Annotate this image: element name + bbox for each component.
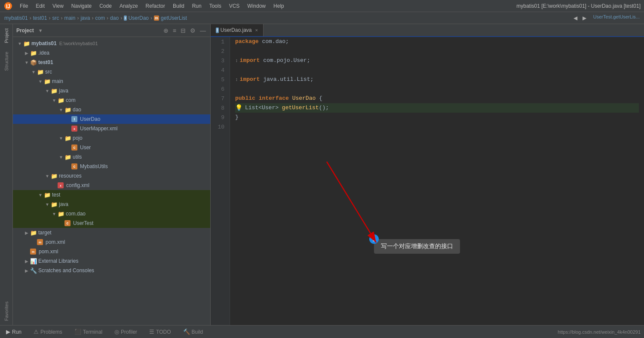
tree-src[interactable]: ▼ 📁 src xyxy=(13,67,210,77)
tree-resources[interactable]: ▼ 📁 resources xyxy=(13,171,210,181)
tree-comdao[interactable]: ▼ 📁 com.dao xyxy=(13,209,210,218)
code-area[interactable]: package com.dao; ↕import com.pojo.User; … xyxy=(230,37,644,325)
recent-file-label: UserTest.getUserLis... xyxy=(593,14,640,22)
tab-userdao[interactable]: I UserDao.java × xyxy=(211,24,264,37)
chevron-dao: ▼ xyxy=(58,108,64,112)
bc-dao[interactable]: dao xyxy=(110,15,119,21)
folder-comdao-icon: 📁 xyxy=(58,210,64,217)
menu-vcs[interactable]: VCS xyxy=(226,2,243,10)
panel-title: Project xyxy=(16,28,34,34)
side-tab-project[interactable]: Project xyxy=(1,24,12,47)
tree-usertest[interactable]: c UserTest xyxy=(13,218,210,228)
line-num-3: 3 xyxy=(211,56,227,65)
todo-icon: ☰ xyxy=(149,329,154,335)
menu-navigate[interactable]: Navigate xyxy=(68,2,95,10)
tree-test01[interactable]: ▼ 📦 test01 xyxy=(13,58,210,67)
tree-pom1[interactable]: m pom.xml xyxy=(13,237,210,247)
tree-target[interactable]: ▶ 📁 target xyxy=(13,228,210,237)
menu-file[interactable]: File xyxy=(16,2,31,10)
run-icon: ▶ xyxy=(6,329,10,335)
tree-dao[interactable]: ▼ 📁 dao xyxy=(13,105,210,114)
menu-code[interactable]: Code xyxy=(96,2,115,10)
bottom-tab-problems[interactable]: ⚠ Problems xyxy=(31,328,65,336)
menu-window[interactable]: Window xyxy=(244,2,269,10)
usermapper-xml-icon: x xyxy=(71,126,77,132)
tree-root[interactable]: ▼ 📁 mybatis01 E:\work\mybatis01 xyxy=(13,39,210,48)
panel-settings-button[interactable]: ⚙ xyxy=(189,26,196,35)
bottom-tab-build[interactable]: 🔨 Build xyxy=(181,328,206,336)
bc-userdao[interactable]: UserDao xyxy=(129,15,149,21)
pom2-label: pom.xml xyxy=(39,249,58,255)
semicolon-3: ; xyxy=(307,56,310,65)
menu-help[interactable]: Help xyxy=(270,2,288,10)
tree-utils[interactable]: ▼ 📁 utils xyxy=(13,152,210,162)
tree-com[interactable]: ▼ 📁 com xyxy=(13,95,210,105)
tree-scratches[interactable]: ▶ 🔧 Scratches and Consoles xyxy=(13,266,210,275)
bc-main[interactable]: main xyxy=(64,15,75,21)
folder-pojo-icon: 📁 xyxy=(64,135,71,141)
tree-test[interactable]: ▼ 📁 test xyxy=(13,190,210,200)
tree-idea[interactable]: ▶ 📁 .idea xyxy=(13,48,210,58)
bottom-tab-todo[interactable]: ☰ TODO xyxy=(147,328,173,336)
pom2-icon: m xyxy=(30,249,36,255)
tree-main[interactable]: ▼ 📁 main xyxy=(13,77,210,86)
menu-run[interactable]: Run xyxy=(189,2,205,10)
nav-forward-button[interactable]: ▶ xyxy=(581,14,588,22)
kw-package: package xyxy=(235,37,259,46)
tree-config[interactable]: x config.xml xyxy=(13,181,210,190)
bc-java[interactable]: java xyxy=(80,15,90,21)
tree-java[interactable]: ▼ 📁 java xyxy=(13,86,210,95)
side-tab-favorites[interactable]: Favorites xyxy=(1,297,12,325)
editor-wrapper: I UserDao.java × 1 2 3 4 5 6 7 8 9 10 xyxy=(211,24,644,325)
mybatisutils-class-icon: c xyxy=(71,163,77,169)
code-line-2 xyxy=(235,46,639,56)
menu-tools[interactable]: Tools xyxy=(206,2,225,10)
menu-refactor[interactable]: Refactor xyxy=(142,2,169,10)
tree-mybatisutils[interactable]: c MybatisUtils xyxy=(13,162,210,171)
kw-interface: interface xyxy=(259,94,289,103)
tree-user[interactable]: c User xyxy=(13,143,210,152)
bottom-tab-profiler[interactable]: ◎ Profiler xyxy=(112,328,140,336)
tree-userdao[interactable]: I UserDao xyxy=(13,114,210,124)
semicolon-5: ; xyxy=(310,75,313,84)
bc-getuserlist[interactable]: getUserList xyxy=(161,15,187,21)
tree-test-java[interactable]: ▼ 📁 java xyxy=(13,200,210,209)
bc-com[interactable]: com xyxy=(95,15,105,21)
menu-build[interactable]: Build xyxy=(169,2,188,10)
java-label: java xyxy=(59,88,68,94)
panel-expand-button[interactable]: ≡ xyxy=(172,26,177,35)
method-parens: (); xyxy=(319,103,329,113)
panel-locate-button[interactable]: ⊕ xyxy=(163,26,169,35)
tree-pojo[interactable]: ▼ 📁 pojo xyxy=(13,133,210,143)
annotation-number: 1 xyxy=(369,234,379,244)
src-label: src xyxy=(45,69,52,75)
tree-extlibs[interactable]: ▶ 📊 External Libraries xyxy=(13,256,210,266)
menu-edit[interactable]: Edit xyxy=(32,2,48,10)
panel-hide-button[interactable]: — xyxy=(199,26,207,35)
panel-dropdown-icon[interactable]: ▼ xyxy=(38,28,43,33)
pom1-icon: m xyxy=(37,239,43,245)
bc-src[interactable]: src xyxy=(52,15,59,21)
test-java-label: java xyxy=(59,201,68,207)
chevron-scratches: ▶ xyxy=(23,268,30,273)
tree-usermapper[interactable]: x UserMapper.xml xyxy=(13,124,210,133)
line-num-4: 4 xyxy=(211,65,227,75)
bc-module[interactable]: test01 xyxy=(33,15,47,21)
nav-back-button[interactable]: ◀ xyxy=(572,14,579,22)
file-tree: ▼ 📁 mybatis01 E:\work\mybatis01 ▶ 📁 .ide… xyxy=(13,37,210,325)
side-tab-structure[interactable]: Structure xyxy=(1,47,12,75)
menu-view[interactable]: View xyxy=(49,2,67,10)
menu-bar: IJ File Edit View Navigate Code Analyze … xyxy=(0,0,644,12)
bottom-tab-run[interactable]: ▶ Run xyxy=(3,328,24,336)
method-getuserlist: getUserList xyxy=(282,103,319,113)
tree-pom2[interactable]: m pom.xml xyxy=(13,247,210,256)
root-path: E:\work\mybatis01 xyxy=(59,41,98,46)
line-num-2: 2 xyxy=(211,46,227,56)
menu-analyze[interactable]: Analyze xyxy=(116,2,141,10)
tab-close-button[interactable]: × xyxy=(255,28,258,33)
list-generic: <User> xyxy=(258,103,279,113)
bottom-tab-terminal[interactable]: ⬛ Terminal xyxy=(72,328,105,336)
bc-project[interactable]: mybatis01 xyxy=(4,15,28,21)
panel-collapse-button[interactable]: ⊟ xyxy=(180,26,187,35)
bc-method-icon: m xyxy=(154,15,159,21)
